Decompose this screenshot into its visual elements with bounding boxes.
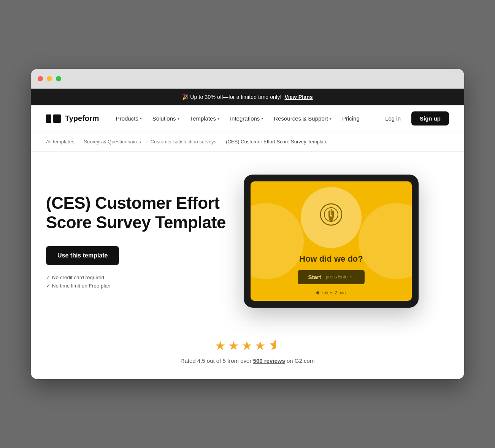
chevron-down-icon: ▾: [140, 116, 142, 121]
logo-shape-1: [46, 114, 51, 123]
announcement-bar: 🎉 Up to 30% off—for a limited time only!…: [31, 89, 464, 105]
logo-text: Typeform: [65, 114, 99, 123]
minimize-button[interactable]: [47, 76, 52, 81]
breadcrumb-separator: →: [76, 139, 81, 145]
signup-button[interactable]: Sign up: [411, 111, 449, 126]
hero-left: (CES) Customer Effort Score Survey Templ…: [46, 194, 228, 288]
hero-section: (CES) Customer Effort Score Survey Templ…: [31, 152, 464, 323]
tablet-frame: How did we do? Start press Enter ↵ Takes…: [244, 175, 419, 308]
star-2: ★: [228, 338, 239, 353]
breadcrumb-customer-satisfaction[interactable]: Customer satisfaction surveys: [151, 139, 216, 145]
logo-icon: [46, 114, 61, 123]
navbar: Typeform Products ▾ Solutions ▾ Template…: [31, 105, 464, 132]
nav-label-products: Products: [116, 115, 138, 122]
close-button[interactable]: [38, 76, 43, 81]
breadcrumb-surveys[interactable]: Surveys & Questionnaires: [84, 139, 141, 145]
breadcrumb-current: (CES) Customer Effort Score Survey Templ…: [226, 139, 328, 145]
nav-label-resources: Resources & Support: [274, 115, 328, 122]
nav-right: Log in Sign up: [381, 111, 449, 126]
announcement-text: 🎉 Up to 30% off—for a limited time only!: [182, 94, 281, 100]
logo[interactable]: Typeform: [46, 114, 99, 123]
tablet-question: How did we do?: [299, 254, 363, 264]
touch-icon: [318, 202, 344, 233]
breadcrumb-separator: →: [219, 139, 224, 145]
ratings-section: ★ ★ ★ ★ ⯨ Rated 4.5 out of 5 from over 5…: [31, 323, 464, 379]
nav-links: Products ▾ Solutions ▾ Templates ▾ Integ…: [111, 112, 381, 125]
maximize-button[interactable]: [56, 76, 61, 81]
browser-window: 🎉 Up to 30% off—for a limited time only!…: [31, 69, 464, 379]
nav-label-integrations: Integrations: [230, 115, 260, 122]
nav-label-solutions: Solutions: [152, 115, 176, 122]
rating-max: 5: [223, 357, 226, 364]
breadcrumb-separator: →: [143, 139, 148, 145]
star-rating: ★ ★ ★ ★ ⯨: [215, 338, 280, 353]
nav-item-templates[interactable]: Templates ▾: [186, 112, 224, 125]
takes-label: Takes 2 min: [321, 290, 346, 295]
nav-label-pricing: Pricing: [342, 115, 360, 122]
star-1: ★: [215, 338, 226, 353]
nav-item-products[interactable]: Products ▾: [111, 112, 146, 125]
nav-item-resources[interactable]: Resources & Support ▾: [269, 112, 336, 125]
hero-title: (CES) Customer Effort Score Survey Templ…: [46, 194, 228, 232]
hero-right: How did we do? Start press Enter ↵ Takes…: [244, 175, 419, 308]
login-button[interactable]: Log in: [381, 112, 405, 125]
nav-label-templates: Templates: [190, 115, 216, 122]
chevron-down-icon: ▾: [330, 116, 332, 121]
logo-shape-2: [53, 114, 61, 123]
nav-item-solutions[interactable]: Solutions ▾: [148, 112, 184, 125]
bg-circle-left: [251, 203, 304, 279]
announcement-cta[interactable]: View Plans: [285, 94, 313, 100]
tablet-screen: How did we do? Start press Enter ↵ Takes…: [251, 181, 412, 301]
use-template-button[interactable]: Use this template: [46, 246, 119, 265]
breadcrumb: All templates → Surveys & Questionnaires…: [46, 139, 449, 145]
star-half: ⯨: [268, 338, 280, 353]
bg-circle-right: [359, 203, 412, 279]
star-3: ★: [241, 338, 252, 353]
chevron-down-icon: ▾: [217, 116, 219, 121]
tablet-start-button[interactable]: Start press Enter ↵: [298, 270, 365, 284]
start-label: Start: [308, 274, 321, 280]
breadcrumb-all-templates[interactable]: All templates: [46, 139, 74, 145]
rating-score: 4.5: [197, 357, 205, 364]
press-enter-label: press Enter ↵: [326, 274, 354, 280]
star-4: ★: [255, 338, 266, 353]
title-bar: [31, 69, 464, 89]
breadcrumb-bar: All templates → Surveys & Questionnaires…: [31, 132, 464, 152]
perk-no-credit-card: ✓ No credit card required: [46, 274, 228, 280]
rating-platform: G2.com: [295, 357, 315, 364]
takes-dot: [316, 291, 319, 294]
center-circle: [301, 187, 362, 248]
tablet-content: How did we do? Start press Enter ↵ Takes…: [298, 187, 365, 295]
perk-no-time-limit: ✓ No time limit on Free plan: [46, 283, 228, 289]
chevron-down-icon: ▾: [178, 116, 179, 121]
hero-perks: ✓ No credit card required ✓ No time limi…: [46, 274, 228, 289]
nav-item-integrations[interactable]: Integrations ▾: [225, 112, 268, 125]
ratings-text: Rated 4.5 out of 5 from over 500 reviews…: [181, 357, 315, 364]
tablet-takes: Takes 2 min: [316, 290, 346, 295]
chevron-down-icon: ▾: [261, 116, 263, 121]
review-count-link[interactable]: 500 reviews: [253, 357, 285, 364]
nav-item-pricing[interactable]: Pricing: [338, 112, 364, 125]
